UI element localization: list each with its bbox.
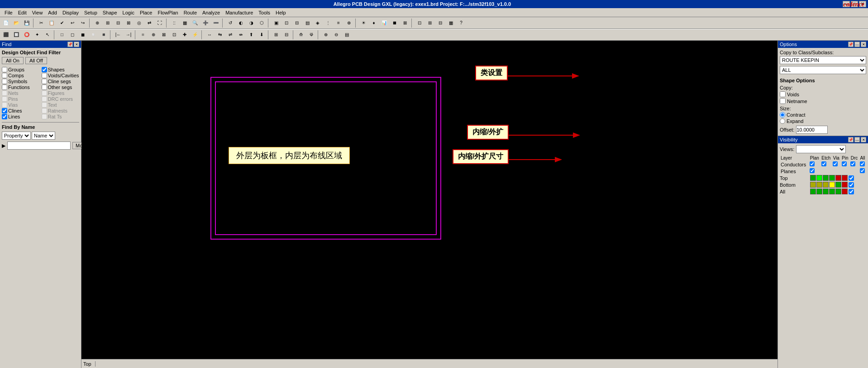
tb2-btn31[interactable]: ▤ — [342, 30, 352, 40]
tb-btn17[interactable]: ➕ — [200, 18, 210, 28]
cb-lines-input[interactable] — [2, 114, 7, 119]
tb-btn36[interactable]: ⊡ — [415, 18, 424, 28]
tb-btn5[interactable]: ✔ — [57, 18, 67, 28]
top-pin-color[interactable] — [829, 175, 835, 181]
planes-single-check[interactable] — [809, 168, 859, 175]
cb-other-segs-input[interactable] — [42, 85, 47, 90]
tb2-btn24[interactable]: ⬇ — [257, 30, 267, 40]
tb2-btn5[interactable]: ↖ — [43, 30, 52, 40]
find-panel-pin[interactable]: 📌 — [67, 42, 73, 47]
tb-btn32[interactable]: ♦ — [369, 18, 379, 28]
tb2-btn26[interactable]: ⊟ — [281, 30, 291, 40]
tb-btn37[interactable]: ⊞ — [425, 18, 435, 28]
bot-via-color[interactable] — [823, 182, 829, 188]
top-etch-color[interactable] — [816, 175, 822, 181]
all-drc-color[interactable] — [835, 189, 841, 194]
tb-btn14[interactable]: ⛶ — [155, 18, 165, 28]
all-pin-color[interactable] — [829, 189, 835, 194]
top-drc-color[interactable] — [835, 175, 841, 181]
tb-btn29[interactable]: ≡ — [334, 18, 343, 28]
menu-item-display[interactable]: Display — [60, 9, 81, 16]
all-visible-check[interactable] — [849, 189, 854, 194]
bot-drc-color[interactable] — [835, 182, 841, 188]
tb2-btn11[interactable]: |← — [113, 30, 123, 40]
tb-btn20[interactable]: ◐ — [236, 18, 246, 28]
tb2-btn13[interactable]: ⌗ — [138, 30, 148, 40]
tb-btn12[interactable]: ◎ — [134, 18, 144, 28]
views-select[interactable] — [796, 145, 846, 153]
subclass-select[interactable]: ALL TOP BOTTOM — [780, 66, 866, 74]
contract-radio[interactable] — [780, 112, 785, 118]
tb-btn4[interactable]: 📋 — [47, 18, 57, 28]
menu-item-view[interactable]: View — [29, 9, 46, 16]
tb2-btn9[interactable]: ◽ — [88, 30, 98, 40]
cb-groups-input[interactable] — [2, 67, 7, 72]
tb-btn26[interactable]: ▤ — [302, 18, 312, 28]
cb-shapes-input[interactable] — [42, 67, 47, 72]
tb-btn3[interactable]: ✂ — [36, 18, 46, 28]
tb-btn31[interactable]: ☀ — [358, 18, 368, 28]
all-via-color[interactable] — [823, 189, 829, 194]
tb-open[interactable]: 📂 — [11, 18, 21, 28]
tb2-btn12[interactable]: →| — [124, 30, 134, 40]
tb2-btn1[interactable]: ⬛ — [1, 30, 11, 40]
voids-checkbox[interactable] — [780, 91, 786, 97]
tb-btn7[interactable]: ↪ — [78, 18, 88, 28]
tb-btn27[interactable]: ◈ — [313, 18, 323, 28]
tb-btn34[interactable]: ⏹ — [390, 18, 400, 28]
cb-comps-input[interactable] — [2, 73, 7, 78]
tb-btn21[interactable]: ◑ — [246, 18, 256, 28]
top-plan-color[interactable] — [810, 175, 816, 181]
menu-item-shape[interactable]: Shape — [100, 9, 120, 16]
tb-btn15[interactable]: ▦ — [180, 18, 190, 28]
tb2-btn4[interactable]: ✦ — [32, 30, 42, 40]
tb2-btn15[interactable]: ⊠ — [159, 30, 169, 40]
tb-btn24[interactable]: ⊡ — [281, 18, 291, 28]
all-etch-color[interactable] — [816, 189, 822, 194]
cond-etch-check[interactable] — [820, 161, 832, 168]
top-via-color[interactable] — [823, 175, 829, 181]
class-select[interactable]: ROUTE KEEPIN ROUTE KEEPOUT PACKAGE KEEPI… — [780, 56, 866, 64]
cb-voids-input[interactable] — [42, 73, 47, 78]
pcb-canvas[interactable]: 外层为板框，内层为布线区域 类设置 内缩/外扩 — [81, 41, 777, 368]
vis-min-btn[interactable]: — — [854, 137, 860, 142]
tb-btn23[interactable]: ▣ — [271, 18, 281, 28]
tb-btn6[interactable]: ↩ — [67, 18, 77, 28]
options-min-btn[interactable]: — — [854, 42, 860, 47]
tb2-btn16[interactable]: ⊡ — [169, 30, 179, 40]
tb-btn22[interactable]: ⬡ — [257, 18, 267, 28]
netname-checkbox[interactable] — [780, 98, 786, 104]
property-select[interactable]: Property Comp Net — [2, 132, 31, 140]
tb2-btn14[interactable]: ⊕ — [148, 30, 158, 40]
all-plan-color[interactable] — [810, 189, 816, 194]
tb2-btn28[interactable]: ⟱ — [306, 30, 316, 40]
tb2-btn27[interactable]: ⟰ — [296, 30, 306, 40]
menu-item-setup[interactable]: Setup — [81, 9, 100, 16]
menu-item-edit[interactable]: Edit — [15, 9, 29, 16]
tb-btn10[interactable]: ⊟ — [113, 18, 123, 28]
tb2-btn30[interactable]: ⊖ — [331, 30, 341, 40]
cb-symbols-input[interactable] — [2, 79, 7, 84]
tb-save[interactable]: 💾 — [22, 18, 32, 28]
tb2-btn22[interactable]: ⇎ — [236, 30, 246, 40]
find-panel-close[interactable]: ✕ — [74, 42, 79, 47]
tb2-btn29[interactable]: ⊕ — [321, 30, 331, 40]
menu-item-logic[interactable]: Logic — [120, 9, 137, 16]
name-select[interactable]: Name — [32, 132, 55, 140]
tb-btn8[interactable]: ⊕ — [92, 18, 102, 28]
bot-pin-color[interactable] — [829, 182, 835, 188]
cond-plan-check[interactable] — [809, 161, 820, 168]
find-name-input[interactable] — [7, 142, 71, 150]
tb-btn39[interactable]: ▦ — [446, 18, 456, 28]
tb-btn28[interactable]: ⋮ — [323, 18, 333, 28]
tb-new[interactable]: 📄 — [1, 18, 11, 28]
tb-btn40[interactable]: ? — [456, 18, 466, 28]
tb2-btn10[interactable]: ◾ — [99, 30, 109, 40]
all-all-color[interactable] — [842, 189, 848, 194]
menu-item-add[interactable]: Add — [45, 9, 60, 16]
tb-btn16[interactable]: 🔍 — [190, 18, 200, 28]
tb2-btn19[interactable]: ↔ — [205, 30, 215, 40]
bottom-visible-check[interactable] — [849, 182, 854, 188]
all-on-button[interactable]: All On — [2, 57, 24, 64]
planes-all-check[interactable] — [859, 168, 866, 175]
